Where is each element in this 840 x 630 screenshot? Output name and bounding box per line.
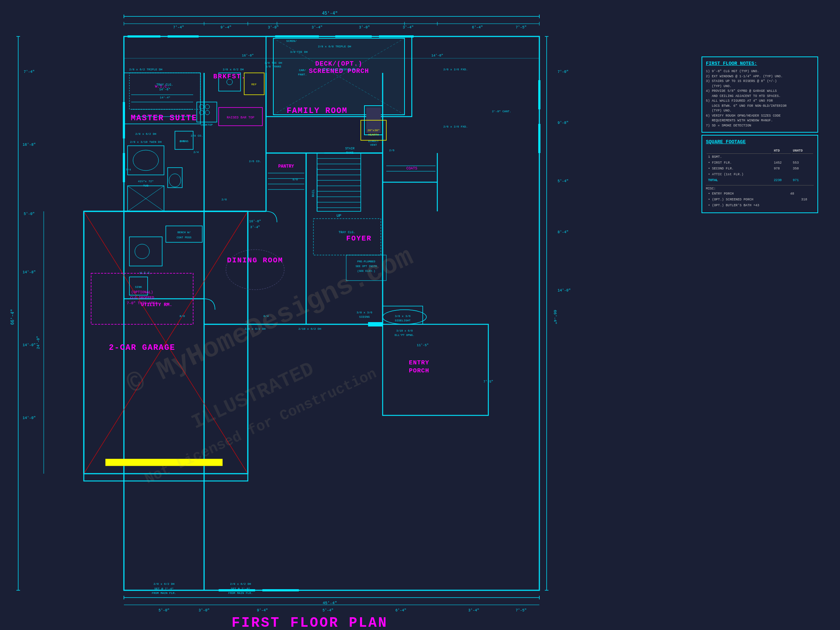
svg-text:FAMILY ROOM: FAMILY ROOM: [286, 106, 347, 115]
svg-text:9'-4": 9'-4": [221, 25, 231, 30]
svg-text:2/8 x 3/10 TWIN DH: 2/8 x 3/10 TWIN DH: [130, 140, 162, 144]
svg-text:2/4: 2/4: [194, 150, 199, 154]
svg-text:TRAY CLG.: TRAY CLG.: [339, 231, 355, 234]
svg-text:66'-4": 66'-4": [553, 310, 557, 324]
sqft-table: HTD UNHTD 1 BSMT. • FIRST FLR. 1452 553 …: [706, 148, 814, 184]
sqft-cell: • SECOND FLR.: [707, 166, 772, 171]
svg-text:2/8 x 6/8 TRIPLE DH: 2/8 x 6/8 TRIPLE DH: [318, 45, 351, 48]
note-item: (TYP) UNO.: [706, 109, 814, 114]
svg-text:2/8 x 6/2 TRIPLE DH: 2/8 x 6/2 TRIPLE DH: [322, 68, 355, 71]
sqft-cell: [789, 197, 799, 202]
svg-text:2/10 x 6/2 DH: 2/10 x 6/2 DH: [298, 327, 321, 330]
svg-text:SCREN/: SCREN/: [286, 39, 297, 43]
sqft-cell: [791, 172, 813, 177]
svg-text:(OPTIONAL): (OPTIONAL): [131, 291, 153, 294]
sqft-row: • ATTIC (1st FLR.): [707, 172, 813, 177]
sqft-cell: 2230: [772, 178, 790, 183]
svg-text:2/8 x 6/2 DH: 2/8 x 6/2 DH: [153, 582, 175, 586]
svg-text:3/8 x 3/6: 3/8 x 3/6: [357, 311, 372, 314]
svg-text:5'-0": 5'-0": [24, 212, 35, 216]
sqft-cell: 971: [791, 178, 813, 183]
sqft-cell: 1452: [772, 160, 790, 166]
svg-text:SINK: SINK: [135, 285, 142, 289]
svg-text:8/0: 8/0: [293, 178, 298, 181]
svg-text:2'-8" CANT.: 2'-8" CANT.: [492, 110, 511, 113]
svg-text:14'-4": 14'-4": [160, 96, 171, 99]
svg-text:RAKE: RAKE: [346, 151, 354, 155]
svg-rect-45: [123, 153, 125, 182]
svg-text:HEARTH: HEARTH: [368, 133, 379, 136]
sqft-cell: 48: [789, 191, 799, 196]
svg-text:DECK/(OPT.): DECK/(OPT.): [315, 60, 363, 68]
svg-text:ELL'PT OPNG.: ELL'PT OPNG.: [395, 334, 414, 337]
sqft-header-area: [707, 148, 772, 154]
svg-text:2/6: 2/6: [221, 198, 227, 201]
svg-text:SIDING: SIDING: [359, 315, 370, 319]
svg-text:7'-5": 7'-5": [516, 25, 527, 30]
note-item: 3) STAIRS UP TO 15 RISERS @ 8" (+/-): [706, 79, 814, 84]
svg-text:5'-4": 5'-4": [322, 608, 333, 613]
sqft-row: • FIRST FLR. 1452 553: [707, 160, 813, 166]
note-item: 4) PROVIDE 5/8" GYPBD @ GARAGE WALLS: [706, 89, 814, 94]
svg-rect-38: [167, 35, 199, 38]
svg-text:5/8 TRANS: 5/8 TRANS: [265, 65, 281, 68]
svg-text:3'-0": 3'-0": [268, 25, 279, 30]
svg-rect-48: [368, 322, 383, 327]
svg-text:45'-4": 45'-4": [322, 11, 338, 16]
svg-rect-40: [335, 35, 372, 38]
svg-text:16'-8": 16'-8": [22, 143, 36, 147]
svg-text:COAT PEGS: COAT PEGS: [177, 236, 192, 239]
svg-text:REF: REF: [251, 83, 257, 86]
floor-plan-container: 45'-4" 66'-4": [0, 0, 840, 630]
svg-text:24'-0": 24'-0": [36, 336, 41, 349]
sqft-misc-row: • (OPT.) SCREENED PORCH 318: [707, 197, 813, 202]
svg-text:2/4: 2/4: [180, 139, 185, 143]
svg-text:14'-0": 14'-0": [431, 54, 443, 58]
sqft-cell: 978: [772, 166, 790, 171]
sqft-cell: 318: [800, 197, 813, 202]
svg-text:7'-4": 7'-4": [24, 70, 35, 74]
svg-rect-42: [538, 80, 540, 109]
sqft-row-total: TOTAL 2230 971: [707, 178, 813, 183]
svg-text:3'-4": 3'-4": [403, 25, 414, 30]
svg-text:BENCH W/: BENCH W/: [177, 231, 191, 234]
svg-text:CLG DROPPED: CLG DROPPED: [130, 296, 154, 300]
svg-text:ENTRY: ENTRY: [409, 359, 429, 366]
svg-text:PANTRY: PANTRY: [278, 164, 294, 169]
sqft-cell: TOTAL: [707, 178, 772, 183]
svg-text:6'-4": 6'-4": [472, 25, 483, 30]
note-item: (TYP) UNO.: [706, 84, 814, 89]
sqft-cell: • ENTRY PORCH: [707, 191, 788, 196]
svg-rect-41: [379, 35, 414, 38]
svg-text:14'-6": 14'-6": [159, 88, 171, 92]
sqft-cell: [800, 191, 813, 196]
svg-text:41½"x 72": 41½"x 72": [138, 180, 153, 183]
svg-text:FROM MAIN FLR.: FROM MAIN FLR.: [228, 591, 253, 595]
svg-text:COATS: COATS: [406, 166, 417, 171]
svg-text:16'-0": 16'-0": [242, 54, 254, 58]
sqft-row: 1 BSMT.: [707, 155, 813, 159]
svg-rect-37: [128, 35, 160, 38]
sqft-row: • SECOND FLR. 978 350: [707, 166, 813, 171]
svg-text:2/6 x 2/6 FXD.: 2/6 x 2/6 FXD.: [443, 125, 467, 128]
svg-text:RAISED BAR TOP: RAISED BAR TOP: [227, 116, 254, 120]
notes-title: FIRST FLOOR NOTES:: [706, 61, 814, 66]
sqft-cell: • (OPT.) SCREENED PORCH: [707, 197, 788, 202]
notes-panel: FIRST FLOOR NOTES: 1) 9'-8" CLG HGT (TYP…: [701, 57, 818, 133]
sqft-misc-row: • (OPT.) BUTLER'S BATH +43: [707, 203, 813, 208]
svg-text:7'-4": 7'-4": [173, 25, 184, 30]
svg-text:VENT: VENT: [370, 143, 377, 147]
svg-text:11'-5": 11'-5": [417, 344, 429, 347]
note-item: 6) VERIFY ROUGH OPNG/HEADER SIZES CODE: [706, 114, 814, 119]
svg-text:16'-0": 16'-0": [249, 220, 261, 223]
svg-text:FIRST FLOOR PLAN: FIRST FLOOR PLAN: [232, 615, 388, 630]
svg-text:14'-0": 14'-0": [557, 289, 571, 292]
note-item: 5) ALL WALLS FIGURED AT 4" UNO FOR: [706, 99, 814, 104]
svg-text:COOKTOP: COOKTOP: [201, 123, 213, 126]
sqft-panel: SQUARE FOOTAGE HTD UNHTD 1 BSMT. • FIRST…: [701, 135, 818, 213]
svg-text:45'-4": 45'-4": [322, 601, 337, 605]
svg-text:DINING ROOM: DINING ROOM: [227, 256, 283, 265]
svg-text:7/4: 7/4: [126, 168, 131, 171]
svg-text:3'-4": 3'-4": [250, 226, 260, 229]
sqft-header-htd: HTD: [772, 148, 790, 154]
